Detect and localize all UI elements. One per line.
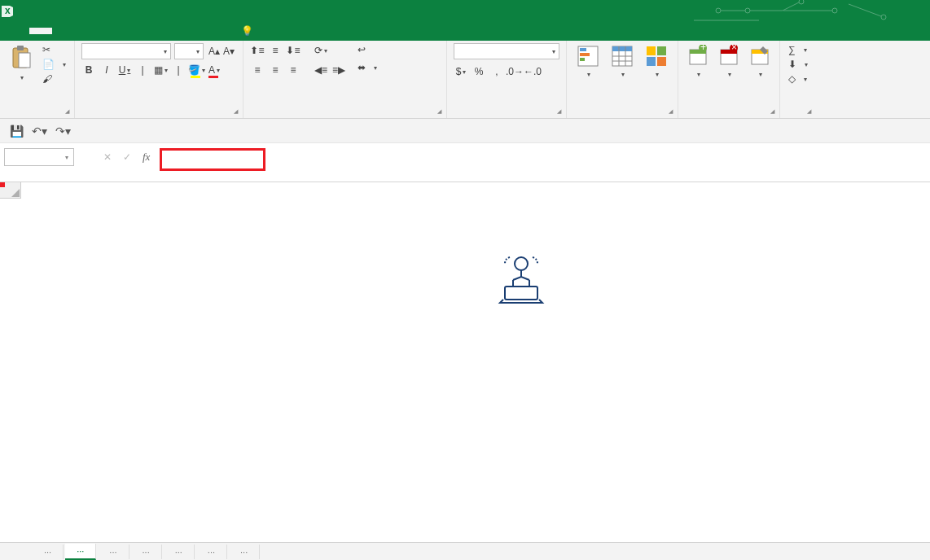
align-middle-button[interactable]: ≡ <box>268 43 283 58</box>
shrink-font-button[interactable]: A▾ <box>222 44 236 59</box>
percent-button[interactable]: % <box>472 64 486 79</box>
worksheet[interactable] <box>0 182 930 532</box>
cs-icon <box>645 45 668 68</box>
format-as-table-button[interactable] <box>608 43 637 80</box>
indent-button[interactable]: ≡▶ <box>331 63 346 77</box>
sheet-tabs: ··· ··· ··· ··· ··· ··· ··· <box>0 542 930 560</box>
svg-point-2 <box>716 8 721 13</box>
insert-cells-button[interactable]: + <box>685 43 711 80</box>
svg-text:x: x <box>5 5 11 16</box>
sheet-tab[interactable]: ··· <box>98 545 129 559</box>
group-cells: + × <box>678 41 780 118</box>
paste-button[interactable] <box>7 43 36 83</box>
decrease-decimal-button[interactable]: ←.0 <box>525 64 540 79</box>
excel-icon: x <box>0 3 29 18</box>
tab-developer[interactable] <box>212 28 235 34</box>
align-bottom-button[interactable]: ⬇≡ <box>286 43 300 58</box>
font-name-select[interactable] <box>81 43 171 59</box>
format-icon <box>750 45 770 68</box>
tab-data[interactable] <box>121 28 143 34</box>
save-button[interactable]: 💾 <box>10 125 24 138</box>
svg-rect-22 <box>647 57 656 66</box>
sheet-tab[interactable]: ··· <box>229 545 260 559</box>
svg-rect-20 <box>647 46 656 55</box>
format-painter-button[interactable]: 🖌 <box>41 72 68 85</box>
bold-button[interactable]: B <box>81 63 96 77</box>
svg-point-6 <box>881 15 886 20</box>
quick-access-toolbar: 💾 ↶▾ ↷▾ <box>0 119 930 143</box>
tell-me[interactable]: 💡 <box>241 25 257 37</box>
sheet-tab[interactable]: ··· <box>196 545 227 559</box>
tab-insert[interactable] <box>52 28 75 34</box>
alignment-group-label <box>250 114 440 118</box>
paste-icon <box>10 45 33 71</box>
svg-text:×: × <box>731 45 737 53</box>
sheet-tab[interactable]: ··· <box>164 545 195 559</box>
name-box[interactable] <box>4 148 74 166</box>
formula-input[interactable] <box>160 148 265 171</box>
sheet-tab[interactable]: ··· <box>131 545 162 559</box>
fill-color-button[interactable]: 🪣 <box>189 63 204 77</box>
undo-button[interactable]: ↶▾ <box>32 125 47 138</box>
number-format-select[interactable] <box>454 43 559 59</box>
tab-page-layout[interactable] <box>75 28 98 34</box>
editing-group-label <box>787 104 809 118</box>
sheet-tab[interactable]: ··· <box>33 545 64 559</box>
delete-cells-button[interactable]: × <box>716 43 742 80</box>
format-cells-button[interactable] <box>747 43 773 80</box>
insert-icon: + <box>688 45 708 68</box>
italic-button[interactable]: I <box>99 63 114 77</box>
merge-icon: ⬌ <box>358 62 366 73</box>
tab-review[interactable] <box>143 28 166 34</box>
fill-button[interactable]: ⬇ <box>787 58 809 71</box>
redo-button[interactable]: ↷▾ <box>55 125 71 138</box>
currency-button[interactable]: $ <box>454 64 468 79</box>
border-button[interactable]: ▦ <box>153 63 168 77</box>
svg-point-4 <box>799 0 804 4</box>
svg-rect-9 <box>19 53 30 68</box>
conditional-formatting-button[interactable] <box>573 43 603 80</box>
tab-vntools[interactable] <box>189 28 212 34</box>
select-all-button[interactable] <box>0 182 21 199</box>
fx-button[interactable]: fx <box>143 151 150 164</box>
merge-center-button[interactable]: ⬌ <box>356 61 379 74</box>
cells-group-label <box>685 114 773 118</box>
align-right-button[interactable]: ≡ <box>286 63 300 77</box>
wrap-text-button[interactable]: ↩ <box>356 43 379 56</box>
cell-styles-button[interactable] <box>642 43 671 80</box>
font-size-select[interactable] <box>174 43 204 59</box>
font-color-button[interactable]: A <box>207 63 222 77</box>
tab-view[interactable] <box>166 28 189 34</box>
tab-file[interactable] <box>7 28 29 34</box>
tab-home[interactable] <box>29 28 52 34</box>
grow-font-button[interactable]: A▴ <box>207 44 222 59</box>
autosum-button[interactable]: ∑ <box>787 43 809 56</box>
orientation-button[interactable]: ⟳ <box>314 43 328 58</box>
align-top-button[interactable]: ⬆≡ <box>250 43 265 58</box>
cut-button[interactable]: ✂ <box>41 43 68 56</box>
tab-formulas[interactable] <box>98 28 121 34</box>
svg-rect-11 <box>580 48 586 51</box>
outdent-button[interactable]: ◀≡ <box>314 63 328 77</box>
align-center-button[interactable]: ≡ <box>268 63 283 77</box>
align-left-button[interactable]: ≡ <box>250 63 265 77</box>
ribbon-tabs: 💡 <box>0 21 930 41</box>
fill-icon: ⬇ <box>788 59 796 70</box>
clear-button[interactable]: ◇ <box>787 72 809 85</box>
comma-button[interactable]: , <box>489 64 504 79</box>
svg-rect-35 <box>505 287 537 300</box>
table-icon <box>611 45 634 68</box>
svg-rect-21 <box>657 46 666 55</box>
svg-rect-8 <box>17 46 24 50</box>
copy-button[interactable]: 📄 <box>41 58 68 71</box>
bulb-icon: 💡 <box>241 25 253 37</box>
sheet-tab-active[interactable]: ··· <box>65 544 96 560</box>
svg-rect-12 <box>580 53 590 56</box>
cf-icon <box>577 45 599 68</box>
title-bar: x <box>0 0 930 21</box>
underline-button[interactable]: U <box>117 63 132 77</box>
cancel-formula-button[interactable]: ✕ <box>103 151 112 163</box>
increase-decimal-button[interactable]: .0→ <box>507 64 522 79</box>
enter-formula-button[interactable]: ✓ <box>123 151 131 163</box>
clear-icon: ◇ <box>788 73 796 85</box>
